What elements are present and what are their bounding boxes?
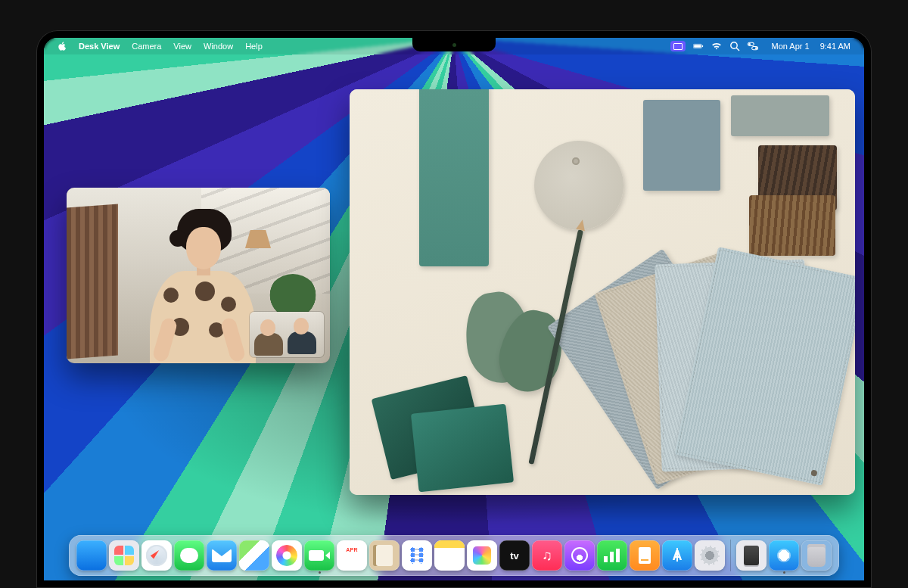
- display-notch: [412, 38, 496, 51]
- svg-rect-1: [694, 45, 701, 48]
- dock-app-contacts[interactable]: [369, 540, 400, 571]
- svg-point-6: [748, 43, 751, 45]
- screenshare-icon[interactable]: [670, 41, 686, 51]
- dock-app-messages[interactable]: [174, 540, 204, 571]
- dock-app-calendar[interactable]: APR 1: [337, 540, 367, 571]
- facetime-window[interactable]: [67, 188, 330, 363]
- dock-app-safari[interactable]: [141, 540, 172, 571]
- dock-app-settings[interactable]: [695, 540, 725, 571]
- spotlight-icon[interactable]: [729, 41, 740, 51]
- dock-app-mail[interactable]: [207, 540, 237, 571]
- svg-line-4: [736, 48, 739, 51]
- svg-rect-2: [701, 45, 702, 47]
- calendar-day-label: 1: [348, 553, 356, 567]
- dock-app-notes[interactable]: [434, 540, 465, 571]
- deskview-window[interactable]: [350, 89, 855, 495]
- dock-app-appstore[interactable]: [662, 540, 692, 571]
- dock-app-reminders[interactable]: [402, 540, 432, 571]
- dock-separator: [730, 540, 731, 571]
- menubar-item-camera[interactable]: Camera: [126, 38, 167, 54]
- dock-app-pages[interactable]: [630, 540, 660, 571]
- deskview-video: [350, 89, 855, 495]
- dock-app-external-drive[interactable]: [736, 540, 767, 571]
- dock-trash[interactable]: [801, 540, 832, 571]
- running-indicator-icon: [783, 571, 785, 574]
- menubar-app-name[interactable]: Desk View: [73, 38, 126, 54]
- menubar-time[interactable]: 9:41 AM: [820, 38, 857, 54]
- wifi-icon[interactable]: [711, 41, 722, 51]
- menubar-item-view[interactable]: View: [167, 38, 197, 54]
- control-center-icon[interactable]: [748, 41, 758, 51]
- dock-app-podcasts[interactable]: [564, 540, 595, 571]
- apple-menu[interactable]: [51, 42, 73, 51]
- dock-app-freeform[interactable]: [467, 540, 497, 571]
- menubar-item-help[interactable]: Help: [239, 38, 269, 54]
- svg-point-8: [754, 47, 757, 49]
- facetime-pip[interactable]: [250, 312, 324, 357]
- dock-app-deskview[interactable]: [769, 540, 799, 571]
- dock-app-facetime[interactable]: [304, 540, 334, 571]
- dock-app-launchpad[interactable]: [109, 540, 139, 571]
- menubar-date[interactable]: Mon Apr 1: [766, 38, 813, 54]
- svg-point-3: [730, 42, 736, 48]
- laptop-bezel: Desk View Camera View Window Help: [36, 30, 872, 588]
- dock-app-tv[interactable]: [499, 540, 530, 571]
- facetime-video: [67, 188, 330, 363]
- dock: APR 1: [69, 535, 839, 576]
- dock-app-photos[interactable]: [272, 540, 302, 571]
- desktop[interactable]: Desk View Camera View Window Help: [44, 38, 864, 580]
- battery-icon[interactable]: [693, 41, 704, 51]
- dock-app-finder[interactable]: [76, 540, 107, 571]
- running-indicator-icon: [319, 571, 321, 574]
- menubar-item-window[interactable]: Window: [197, 38, 239, 54]
- dock-app-music[interactable]: [532, 540, 562, 571]
- dock-app-maps[interactable]: [239, 540, 269, 571]
- dock-app-numbers[interactable]: [597, 540, 627, 571]
